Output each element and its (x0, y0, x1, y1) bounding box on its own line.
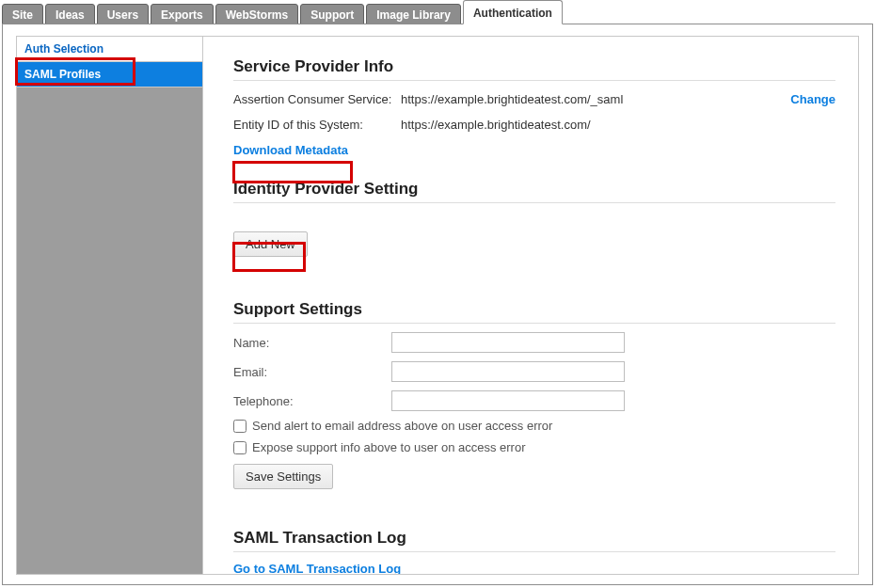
entity-id-value: https://example.brightideatest.com/ (401, 118, 835, 132)
tab-image-library[interactable]: Image Library (366, 4, 461, 24)
add-new-button[interactable]: Add New (233, 231, 308, 257)
content-outer-frame: Auth Selection SAML Profiles Service Pro… (2, 24, 873, 585)
telephone-input[interactable] (391, 390, 625, 411)
tab-ideas[interactable]: Ideas (45, 4, 95, 24)
name-label: Name: (233, 336, 391, 350)
sidebar-item-saml-profiles[interactable]: SAML Profiles (17, 62, 202, 87)
service-provider-heading: Service Provider Info (233, 57, 835, 81)
send-alert-label: Send alert to email address above on use… (252, 419, 552, 433)
main-panel: Service Provider Info Assertion Consumer… (203, 37, 858, 574)
sidebar: Auth Selection SAML Profiles (17, 37, 203, 574)
download-metadata-link[interactable]: Download Metadata (233, 143, 348, 157)
acs-value: https://example.brightideatest.com/_saml (401, 92, 790, 106)
tab-exports[interactable]: Exports (151, 4, 214, 24)
entity-id-label: Entity ID of this System: (233, 118, 401, 132)
tab-users[interactable]: Users (97, 4, 149, 24)
name-input[interactable] (391, 332, 625, 353)
email-label: Email: (233, 365, 391, 379)
tab-site[interactable]: Site (2, 4, 43, 24)
goto-saml-log-link[interactable]: Go to SAML Transaction Log (233, 562, 401, 574)
expose-support-label: Expose support info above to user on acc… (252, 440, 526, 454)
idp-heading: Identity Provider Setting (233, 180, 835, 203)
expose-support-checkbox[interactable] (233, 441, 247, 454)
save-settings-button[interactable]: Save Settings (233, 464, 333, 489)
email-input[interactable] (391, 361, 625, 382)
support-heading: Support Settings (233, 300, 835, 324)
tab-support[interactable]: Support (300, 4, 364, 24)
saml-log-heading: SAML Transaction Log (233, 529, 835, 552)
acs-label: Assertion Consumer Service: (233, 92, 401, 106)
sidebar-item-auth-selection[interactable]: Auth Selection (17, 37, 202, 62)
send-alert-checkbox[interactable] (233, 420, 247, 433)
change-link[interactable]: Change (790, 92, 835, 106)
tab-authentication[interactable]: Authentication (463, 0, 563, 24)
tab-webstorms[interactable]: WebStorms (215, 4, 298, 24)
content-inner-frame: Auth Selection SAML Profiles Service Pro… (16, 36, 859, 575)
top-tabstrip: Site Ideas Users Exports WebStorms Suppo… (0, 0, 875, 24)
telephone-label: Telephone: (233, 394, 391, 408)
